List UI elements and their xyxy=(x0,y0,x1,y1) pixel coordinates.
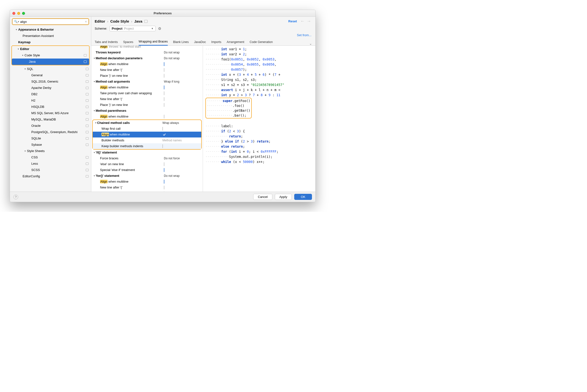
checkbox[interactable] xyxy=(164,62,164,66)
sidebar-item[interactable]: General xyxy=(10,72,91,78)
sidebar-item[interactable]: MS SQL Server, MS Azure xyxy=(10,110,91,116)
chevron-down-icon[interactable]: ▾ xyxy=(23,66,26,72)
checkbox[interactable] xyxy=(164,115,164,118)
option-group[interactable]: ▾'for()' statementDo not wrap xyxy=(91,173,203,179)
tab[interactable]: Imports xyxy=(211,39,221,46)
tab[interactable]: Blank Lines xyxy=(173,39,189,46)
checkbox[interactable] xyxy=(164,192,164,192)
option-row[interactable]: Place ')' on new line xyxy=(91,190,203,192)
sidebar-item[interactable]: ▾Editor xyxy=(12,46,89,52)
tab[interactable]: Tabs and Indents xyxy=(95,39,118,46)
sidebar-item[interactable]: SQLite xyxy=(10,135,91,142)
option-group[interactable]: ▾Method declaration parametersDo not wra… xyxy=(91,56,203,61)
tab[interactable]: Code Generation xyxy=(250,39,273,46)
option-value[interactable]: Do not wrap xyxy=(164,50,200,55)
option-row[interactable]: New line after '(' xyxy=(91,184,203,190)
crumb-editor[interactable]: Editor xyxy=(95,19,105,23)
back-icon[interactable]: ← xyxy=(300,19,305,24)
option-group[interactable]: ▾Method call argumentsWrap if long xyxy=(91,79,203,84)
sidebar-item[interactable]: PostgreSQL, Greenplum, Redshi xyxy=(10,129,91,135)
crumb-codestyle[interactable]: Code Style xyxy=(110,19,129,23)
option-row[interactable]: Align 'throws' to method start xyxy=(91,46,203,50)
checkbox[interactable] xyxy=(162,127,163,131)
tab[interactable]: Arrangement xyxy=(227,39,244,46)
option-row[interactable]: Take priority over call chain wrapping xyxy=(91,90,203,96)
zoom-icon[interactable] xyxy=(22,12,25,15)
chevron-down-icon[interactable]: ▾ xyxy=(17,47,20,52)
chevron-down-icon[interactable]: ▾ xyxy=(15,27,18,32)
chevron-down-icon[interactable]: ▾ xyxy=(23,149,26,154)
option-row[interactable]: New line after '(' xyxy=(91,96,203,102)
ok-button[interactable]: OK xyxy=(294,194,312,200)
sidebar-item[interactable]: ▾Appearance & Behavior xyxy=(10,26,91,33)
option-row[interactable]: Force bracesDo not force xyxy=(91,156,203,161)
scheme-select[interactable]: Project Project ▼ xyxy=(109,26,156,31)
gear-icon[interactable]: ⚙ xyxy=(158,26,161,31)
checkbox[interactable] xyxy=(164,168,164,172)
checkbox[interactable] xyxy=(162,132,163,136)
option-row[interactable]: Builder methodsMethod names xyxy=(93,138,201,143)
option-row[interactable]: Align when multiline xyxy=(91,179,203,184)
option-row[interactable]: Place ')' on new line xyxy=(91,73,203,79)
minimize-icon[interactable] xyxy=(17,12,20,15)
sidebar-item[interactable]: MySQL, MariaDB xyxy=(10,116,91,123)
checkbox[interactable] xyxy=(164,74,164,78)
option-value[interactable]: Wrap if long xyxy=(164,79,200,84)
sidebar-item[interactable]: HSQLDB xyxy=(10,104,91,110)
checkbox[interactable] xyxy=(164,103,164,107)
checkbox[interactable] xyxy=(164,97,164,101)
search-field[interactable] xyxy=(20,20,85,24)
option-row[interactable]: Align when multiline xyxy=(91,61,203,67)
sidebar-item[interactable]: Apache Derby xyxy=(10,85,91,91)
cancel-button[interactable]: Cancel xyxy=(253,194,272,200)
sidebar-item[interactable]: Java xyxy=(12,58,89,65)
option-row[interactable]: New line after '(' xyxy=(91,67,203,73)
option-group[interactable]: ▾Method parentheses xyxy=(91,108,203,114)
sidebar-item[interactable]: SQL:2016, Generic xyxy=(10,78,91,85)
sidebar-item[interactable]: Presentation Assistant xyxy=(10,33,91,39)
option-row[interactable]: Align when multiline xyxy=(91,114,203,120)
sidebar-item[interactable]: ▾SQL xyxy=(10,66,91,72)
sidebar-item[interactable]: ▾Code Style xyxy=(12,52,89,58)
options-panel[interactable]: Align 'throws' to method startThrows key… xyxy=(91,46,203,192)
option-row[interactable]: Align when multiline xyxy=(91,84,203,90)
option-row[interactable]: Keep builder methods indents xyxy=(93,143,201,149)
search-input[interactable]: 🔍▾ × xyxy=(12,19,89,24)
sidebar-item[interactable]: H2 xyxy=(10,98,91,104)
option-value[interactable]: Wrap always xyxy=(162,120,199,125)
option-group[interactable]: ▾'if()' statement xyxy=(91,150,203,156)
option-value[interactable]: Do not wrap xyxy=(164,56,200,61)
sidebar-item[interactable]: Less xyxy=(10,160,91,167)
option-value[interactable]: Do not wrap xyxy=(164,174,200,178)
option-row[interactable]: Place ')' on new line xyxy=(91,102,203,108)
checkbox[interactable] xyxy=(164,180,164,184)
checkbox[interactable] xyxy=(162,144,163,148)
checkbox[interactable] xyxy=(164,186,164,190)
checkbox[interactable] xyxy=(164,162,164,166)
set-from-link[interactable]: Set from... xyxy=(297,33,311,37)
crumb-java[interactable]: Java xyxy=(134,19,142,23)
chevron-down-icon[interactable]: ▾ xyxy=(21,53,24,58)
option-row[interactable]: 'else' on new line xyxy=(91,161,203,167)
close-icon[interactable] xyxy=(12,12,15,15)
option-row[interactable]: Wrap first call xyxy=(93,126,201,132)
sidebar-item[interactable]: Oracle xyxy=(10,123,91,129)
sidebar-item[interactable]: DB2 xyxy=(10,91,91,98)
settings-tree[interactable]: ▾Appearance & BehaviorPresentation Assis… xyxy=(10,26,91,192)
apply-button[interactable]: Apply xyxy=(275,194,292,200)
help-icon[interactable]: ? xyxy=(13,194,18,200)
sidebar-item[interactable]: EditorConfig xyxy=(10,173,91,180)
tab[interactable]: JavaDoc xyxy=(194,39,206,46)
option-value[interactable]: Do not force xyxy=(164,156,200,161)
option-group[interactable]: Throws keywordDo not wrap xyxy=(91,50,203,56)
sidebar-item[interactable]: SCSS xyxy=(10,167,91,173)
reset-link[interactable]: Reset xyxy=(288,20,297,23)
titlebar[interactable]: Preferences xyxy=(10,10,315,17)
sidebar-item[interactable]: Sybase xyxy=(10,142,91,148)
tab[interactable]: Spaces xyxy=(123,39,133,46)
option-group[interactable]: ▾Chained method callsWrap always xyxy=(93,120,201,126)
option-row[interactable]: Align when multiline xyxy=(93,132,201,138)
checkbox[interactable] xyxy=(164,86,164,90)
checkbox[interactable] xyxy=(164,91,164,95)
tab[interactable]: Wrapping and Braces xyxy=(139,38,168,46)
